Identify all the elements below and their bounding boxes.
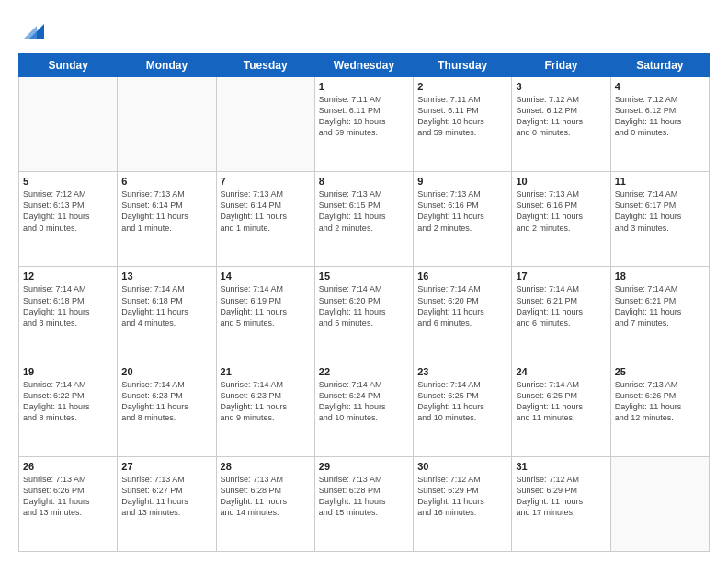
calendar-week-2: 12Sunrise: 7:14 AM Sunset: 6:18 PM Dayli…	[19, 267, 710, 362]
day-info: Sunrise: 7:13 AM Sunset: 6:16 PM Dayligh…	[516, 189, 606, 234]
day-number: 3	[516, 81, 606, 92]
day-number: 19	[23, 366, 113, 377]
day-info: Sunrise: 7:14 AM Sunset: 6:18 PM Dayligh…	[121, 283, 211, 328]
day-info: Sunrise: 7:14 AM Sunset: 6:25 PM Dayligh…	[516, 379, 606, 424]
calendar-cell: 21Sunrise: 7:14 AM Sunset: 6:23 PM Dayli…	[216, 362, 314, 456]
col-header-saturday: Saturday	[610, 54, 709, 77]
day-info: Sunrise: 7:14 AM Sunset: 6:24 PM Dayligh…	[319, 379, 409, 424]
calendar-cell: 17Sunrise: 7:14 AM Sunset: 6:21 PM Dayli…	[512, 267, 610, 362]
svg-marker-1	[24, 26, 37, 39]
calendar-cell: 15Sunrise: 7:14 AM Sunset: 6:20 PM Dayli…	[314, 267, 413, 362]
calendar-cell: 16Sunrise: 7:14 AM Sunset: 6:20 PM Dayli…	[414, 267, 512, 362]
day-info: Sunrise: 7:13 AM Sunset: 6:28 PM Dayligh…	[319, 474, 409, 519]
day-number: 31	[516, 461, 606, 472]
day-number: 20	[121, 366, 211, 377]
calendar-cell: 14Sunrise: 7:14 AM Sunset: 6:19 PM Dayli…	[216, 267, 314, 362]
day-info: Sunrise: 7:14 AM Sunset: 6:20 PM Dayligh…	[417, 283, 507, 328]
day-number: 23	[417, 366, 507, 377]
calendar-cell: 26Sunrise: 7:13 AM Sunset: 6:26 PM Dayli…	[19, 456, 118, 551]
day-number: 2	[417, 81, 507, 92]
calendar-header-row: SundayMondayTuesdayWednesdayThursdayFrid…	[19, 54, 710, 77]
day-number: 11	[615, 176, 705, 187]
calendar-cell: 9Sunrise: 7:13 AM Sunset: 6:16 PM Daylig…	[414, 172, 512, 267]
calendar-week-0: 1Sunrise: 7:11 AM Sunset: 6:11 PM Daylig…	[19, 77, 710, 172]
day-info: Sunrise: 7:13 AM Sunset: 6:26 PM Dayligh…	[615, 379, 705, 424]
calendar-cell: 23Sunrise: 7:14 AM Sunset: 6:25 PM Dayli…	[414, 362, 512, 456]
calendar-table: SundayMondayTuesdayWednesdayThursdayFrid…	[18, 53, 710, 552]
day-info: Sunrise: 7:14 AM Sunset: 6:18 PM Dayligh…	[23, 283, 113, 328]
calendar-week-1: 5Sunrise: 7:12 AM Sunset: 6:13 PM Daylig…	[19, 172, 710, 267]
logo	[18, 17, 44, 44]
calendar-cell: 20Sunrise: 7:14 AM Sunset: 6:23 PM Dayli…	[118, 362, 216, 456]
calendar-cell	[216, 77, 314, 172]
calendar-cell: 3Sunrise: 7:12 AM Sunset: 6:12 PM Daylig…	[512, 77, 610, 172]
calendar-cell: 11Sunrise: 7:14 AM Sunset: 6:17 PM Dayli…	[610, 172, 709, 267]
calendar-week-4: 26Sunrise: 7:13 AM Sunset: 6:26 PM Dayli…	[19, 456, 710, 551]
logo-icon	[24, 20, 44, 40]
day-number: 28	[221, 461, 311, 472]
day-info: Sunrise: 7:12 AM Sunset: 6:12 PM Dayligh…	[516, 94, 606, 139]
calendar-cell: 7Sunrise: 7:13 AM Sunset: 6:14 PM Daylig…	[216, 172, 314, 267]
day-info: Sunrise: 7:11 AM Sunset: 6:11 PM Dayligh…	[319, 94, 409, 139]
day-number: 5	[23, 176, 113, 187]
calendar-cell: 19Sunrise: 7:14 AM Sunset: 6:22 PM Dayli…	[19, 362, 118, 456]
day-info: Sunrise: 7:13 AM Sunset: 6:26 PM Dayligh…	[23, 474, 113, 519]
day-number: 30	[417, 461, 507, 472]
day-info: Sunrise: 7:12 AM Sunset: 6:13 PM Dayligh…	[23, 189, 113, 234]
calendar-cell: 27Sunrise: 7:13 AM Sunset: 6:27 PM Dayli…	[118, 456, 216, 551]
day-number: 25	[615, 366, 705, 377]
day-number: 1	[319, 81, 409, 92]
day-number: 9	[417, 176, 507, 187]
calendar-cell: 5Sunrise: 7:12 AM Sunset: 6:13 PM Daylig…	[19, 172, 118, 267]
day-number: 24	[516, 366, 606, 377]
day-info: Sunrise: 7:13 AM Sunset: 6:27 PM Dayligh…	[121, 474, 211, 519]
col-header-thursday: Thursday	[414, 54, 512, 77]
calendar-cell: 8Sunrise: 7:13 AM Sunset: 6:15 PM Daylig…	[314, 172, 413, 267]
day-info: Sunrise: 7:14 AM Sunset: 6:21 PM Dayligh…	[615, 283, 705, 328]
page: SundayMondayTuesdayWednesdayThursdayFrid…	[0, 0, 728, 563]
day-number: 22	[319, 366, 409, 377]
calendar-cell	[610, 456, 709, 551]
day-info: Sunrise: 7:14 AM Sunset: 6:20 PM Dayligh…	[319, 283, 409, 328]
col-header-wednesday: Wednesday	[314, 54, 413, 77]
day-info: Sunrise: 7:14 AM Sunset: 6:23 PM Dayligh…	[121, 379, 211, 424]
day-info: Sunrise: 7:12 AM Sunset: 6:12 PM Dayligh…	[615, 94, 705, 139]
calendar-cell: 31Sunrise: 7:12 AM Sunset: 6:29 PM Dayli…	[512, 456, 610, 551]
day-info: Sunrise: 7:14 AM Sunset: 6:17 PM Dayligh…	[615, 189, 705, 234]
calendar-cell	[118, 77, 216, 172]
calendar-cell: 22Sunrise: 7:14 AM Sunset: 6:24 PM Dayli…	[314, 362, 413, 456]
calendar-cell: 13Sunrise: 7:14 AM Sunset: 6:18 PM Dayli…	[118, 267, 216, 362]
calendar-cell: 18Sunrise: 7:14 AM Sunset: 6:21 PM Dayli…	[610, 267, 709, 362]
day-number: 17	[516, 270, 606, 282]
calendar-cell	[19, 77, 118, 172]
day-info: Sunrise: 7:13 AM Sunset: 6:14 PM Dayligh…	[121, 189, 211, 234]
day-number: 10	[516, 176, 606, 187]
calendar-cell: 24Sunrise: 7:14 AM Sunset: 6:25 PM Dayli…	[512, 362, 610, 456]
calendar-cell: 30Sunrise: 7:12 AM Sunset: 6:29 PM Dayli…	[414, 456, 512, 551]
calendar-cell: 4Sunrise: 7:12 AM Sunset: 6:12 PM Daylig…	[610, 77, 709, 172]
day-info: Sunrise: 7:11 AM Sunset: 6:11 PM Dayligh…	[417, 94, 507, 139]
day-number: 6	[121, 176, 211, 187]
day-number: 29	[319, 461, 409, 472]
calendar-cell: 6Sunrise: 7:13 AM Sunset: 6:14 PM Daylig…	[118, 172, 216, 267]
day-number: 16	[417, 270, 507, 282]
day-info: Sunrise: 7:14 AM Sunset: 6:22 PM Dayligh…	[23, 379, 113, 424]
day-number: 21	[221, 366, 311, 377]
day-number: 14	[221, 270, 311, 282]
day-number: 7	[221, 176, 311, 187]
header	[18, 17, 710, 44]
calendar-cell: 12Sunrise: 7:14 AM Sunset: 6:18 PM Dayli…	[19, 267, 118, 362]
day-info: Sunrise: 7:13 AM Sunset: 6:28 PM Dayligh…	[221, 474, 311, 519]
day-number: 8	[319, 176, 409, 187]
day-info: Sunrise: 7:14 AM Sunset: 6:21 PM Dayligh…	[516, 283, 606, 328]
day-number: 13	[121, 270, 211, 282]
day-info: Sunrise: 7:13 AM Sunset: 6:15 PM Dayligh…	[319, 189, 409, 234]
day-info: Sunrise: 7:13 AM Sunset: 6:14 PM Dayligh…	[221, 189, 311, 234]
calendar-cell: 25Sunrise: 7:13 AM Sunset: 6:26 PM Dayli…	[610, 362, 709, 456]
day-info: Sunrise: 7:14 AM Sunset: 6:23 PM Dayligh…	[221, 379, 311, 424]
day-info: Sunrise: 7:14 AM Sunset: 6:25 PM Dayligh…	[417, 379, 507, 424]
col-header-sunday: Sunday	[19, 54, 118, 77]
calendar-week-3: 19Sunrise: 7:14 AM Sunset: 6:22 PM Dayli…	[19, 362, 710, 456]
day-number: 26	[23, 461, 113, 472]
day-info: Sunrise: 7:13 AM Sunset: 6:16 PM Dayligh…	[417, 189, 507, 234]
